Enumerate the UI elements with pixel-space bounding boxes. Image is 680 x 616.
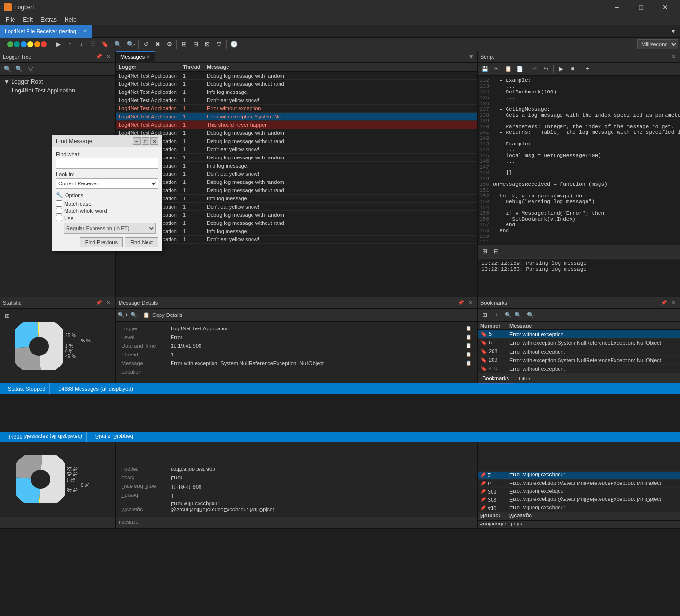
details-zoom-out-icon[interactable]: 🔍- xyxy=(129,310,140,320)
table-row[interactable]: Log4Net Test Application1Debug log messa… xyxy=(116,178,477,186)
columns-button[interactable]: ⊟ xyxy=(190,39,201,50)
match-whole-word-checkbox[interactable] xyxy=(56,208,62,214)
script-cut-icon[interactable]: ✂ xyxy=(491,64,502,74)
table-row[interactable]: Log4Net Test Application1Debug log messa… xyxy=(116,72,477,80)
bookmarks-close-icon[interactable]: ✕ xyxy=(669,299,677,307)
clock-button[interactable]: 🕐 xyxy=(228,39,239,50)
logger-tree-close-icon[interactable]: ✕ xyxy=(105,53,112,61)
menu-file[interactable]: File xyxy=(2,15,19,24)
detail-copy-icon[interactable]: 📋 xyxy=(466,360,471,366)
table-row[interactable]: Log4Net Test Application1Don't eat yello… xyxy=(116,170,477,178)
details-pin-icon[interactable]: 📌 xyxy=(457,299,465,307)
script-hscroll[interactable] xyxy=(478,241,680,245)
main-tab[interactable]: Log4Net File Receiver (testlog... ✕ xyxy=(0,25,92,38)
list-item[interactable]: 🔖 209Error with exception.System.NullRef… xyxy=(478,356,680,365)
regex-select[interactable]: Regular Expression (.NET) xyxy=(64,223,156,234)
options-header[interactable]: 🔧 Options xyxy=(56,192,158,198)
flipped-bm-row-selected[interactable]: 🔖 2Error without exception. xyxy=(478,472,680,480)
script-save-icon[interactable]: 💾 xyxy=(480,64,490,74)
messages-tab-close-icon[interactable]: ✕ xyxy=(147,54,150,59)
close-button[interactable]: ✕ xyxy=(654,0,676,14)
rows-button[interactable]: ⊠ xyxy=(202,39,213,50)
flipped-bm-row[interactable]: 🔖 410Error without exception. xyxy=(478,504,680,512)
bm-zoom-out-icon[interactable]: 🔍- xyxy=(526,310,536,320)
table-row[interactable]: Log4Net Test Application1Don't eat yello… xyxy=(116,96,477,105)
find-dialog-maximize-btn[interactable]: □ xyxy=(142,137,149,145)
menu-extras[interactable]: Extras xyxy=(37,15,61,24)
details-copy-icon[interactable]: 📋 xyxy=(141,310,151,320)
list-item[interactable]: 🔖 410Error without exception. xyxy=(478,365,680,373)
settings-button[interactable]: ⚙ xyxy=(164,39,174,50)
table-row[interactable]: Log4Net Test Application1Debug log messa… xyxy=(116,219,477,227)
zoom-in-button[interactable]: 🔍+ xyxy=(114,39,125,50)
bm-search-icon[interactable]: 🔍 xyxy=(503,310,513,320)
filter-button[interactable]: ▽ xyxy=(213,39,224,50)
table-row[interactable]: Log4Net Test Application1Error without e… xyxy=(116,105,477,113)
detail-copy-icon[interactable]: 📋 xyxy=(466,326,471,331)
script-paste-icon[interactable]: 📄 xyxy=(514,64,525,74)
detail-copy-icon[interactable]: 📋 xyxy=(466,352,471,357)
search-minus-icon[interactable]: 🔍 xyxy=(13,64,24,74)
match-case-checkbox[interactable] xyxy=(56,200,62,207)
menu-help[interactable]: Help xyxy=(61,15,80,24)
table-row[interactable]: Log4Net Test Application1Don't eat yello… xyxy=(116,236,477,244)
list-item[interactable]: 🔖 208Error without exception. xyxy=(478,347,680,356)
filter-tab[interactable]: Filter xyxy=(514,373,535,384)
bm-zoom-in-icon[interactable]: 🔍+ xyxy=(514,310,525,320)
find-dialog-minimize-btn[interactable]: − xyxy=(133,137,141,145)
table-row[interactable]: Log4Net Test Application1Debug log messa… xyxy=(116,129,477,137)
statistic-close-icon[interactable]: ✕ xyxy=(105,299,112,307)
table-row[interactable]: Log4Net Test Application1Info log messag… xyxy=(116,227,477,236)
log-level-trace-dot[interactable] xyxy=(7,41,13,47)
table-row[interactable]: Log4Net Test Application1Info log messag… xyxy=(116,88,477,96)
detail-copy-icon[interactable]: 📋 xyxy=(466,343,471,348)
table-row[interactable]: Log4Net Test Application1Debug log messa… xyxy=(116,154,477,162)
messages-scrollbar[interactable] xyxy=(116,293,477,297)
list-item[interactable]: 🔖 5Error without exception. xyxy=(478,330,680,339)
flipped-bm-row[interactable]: 🔖 208Error without exception. xyxy=(478,488,680,496)
script-zoom-out-icon[interactable]: - xyxy=(594,64,604,74)
refresh-button[interactable]: ↺ xyxy=(141,39,151,50)
detail-copy-icon[interactable]: 📋 xyxy=(466,334,471,340)
find-what-input[interactable] xyxy=(56,158,158,169)
details-close-icon[interactable]: ✕ xyxy=(467,299,474,307)
tab-dropdown-button[interactable]: ▼ xyxy=(667,28,680,35)
log-level-error-dot[interactable] xyxy=(34,41,40,47)
bm-add-icon[interactable]: + xyxy=(491,310,502,320)
scroll-down-button[interactable]: ↓ xyxy=(76,39,87,50)
table-row[interactable]: Log4Net Test Application1Debug log messa… xyxy=(116,80,477,88)
flipped-bm-row[interactable]: 🔖 209Error with exception.System.NullRef… xyxy=(478,496,680,504)
bookmarks-pin-icon[interactable]: 📌 xyxy=(660,299,667,307)
table-row[interactable]: Log4Net Test Application1Debug log messa… xyxy=(116,137,477,145)
bm-nav-icon[interactable]: ⊞ xyxy=(480,310,490,320)
bookmark-button[interactable]: 🔖 xyxy=(99,39,110,50)
table-row[interactable]: Log4Net Test Application1Debug log messa… xyxy=(116,186,477,195)
log-level-debug-dot[interactable] xyxy=(14,41,20,47)
use-checkbox[interactable] xyxy=(56,215,62,221)
look-in-select[interactable]: Current Receiver All Receivers xyxy=(56,178,158,189)
table-row[interactable]: Log4Net Test Application1Info log messag… xyxy=(116,162,477,170)
log-level-fatal-dot[interactable] xyxy=(41,41,47,47)
scroll-up-button[interactable]: ↑ xyxy=(65,39,75,50)
table-row[interactable]: Log4Net Test Application1Error with exce… xyxy=(116,113,477,121)
table-row[interactable]: Log4Net Test Application1Don't eat yello… xyxy=(116,203,477,211)
script-run-icon[interactable]: ▶ xyxy=(556,64,566,74)
list-view-button[interactable]: ☰ xyxy=(88,39,98,50)
tree-root-item[interactable]: ▼ Logger Root xyxy=(2,78,113,86)
grid-button[interactable]: ⊞ xyxy=(179,39,189,50)
find-next-button[interactable]: Find Next xyxy=(125,237,158,247)
output-clear-icon[interactable]: ⊞ xyxy=(480,246,490,257)
script-redo-icon[interactable]: ↪ xyxy=(541,64,551,74)
tab-close-button[interactable]: ✕ xyxy=(83,28,87,34)
tree-child-item[interactable]: Log4Net Test Application xyxy=(2,86,113,95)
table-row[interactable]: Log4Net Test Application1Don't eat yello… xyxy=(116,145,477,154)
search-icon[interactable]: 🔍 xyxy=(2,64,13,74)
script-zoom-in-icon[interactable]: + xyxy=(582,64,593,74)
statistic-pin-icon[interactable]: 📌 xyxy=(95,299,103,307)
log-level-warn-dot[interactable] xyxy=(27,41,33,47)
output-copy-icon[interactable]: ⊟ xyxy=(491,246,502,257)
minimize-button[interactable]: − xyxy=(606,0,628,14)
play-button[interactable]: ▶ xyxy=(53,39,64,50)
script-copy-icon[interactable]: 📋 xyxy=(503,64,513,74)
find-previous-button[interactable]: Find Previous xyxy=(80,237,123,247)
